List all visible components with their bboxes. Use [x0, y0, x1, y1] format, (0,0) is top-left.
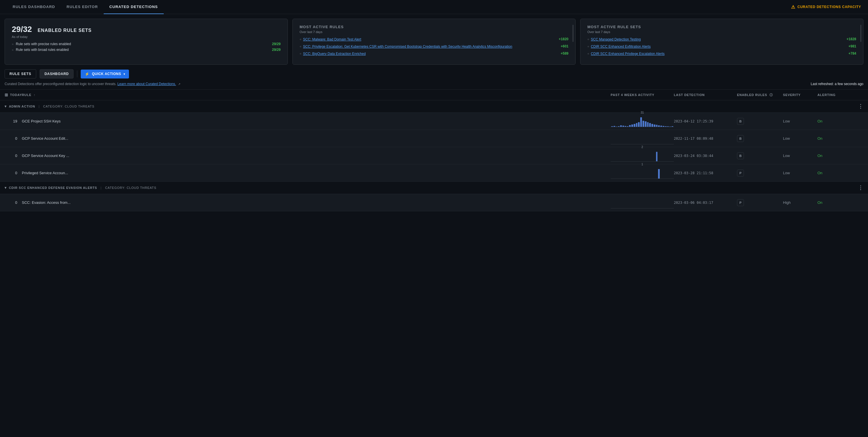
cell-rule-1: GCP Service Account Edit...	[22, 133, 611, 144]
most-active-rule-1: SCC: Privilege Escalation: Get Kubernete…	[300, 44, 568, 49]
table-row: 0 GCP Service Account Key ... 2 2023-03-…	[0, 147, 868, 165]
header-alerting: ALERTING	[817, 93, 852, 96]
badge-1: B	[737, 135, 744, 142]
quick-actions-button[interactable]: ⚡ QUICK ACTIONS ▾	[81, 69, 129, 79]
header-last-detection: LAST DETECTION	[674, 93, 737, 96]
group-name-cdir-scc: CDIR SCC ENHANCED DEFENSE EVASION ALERTS	[9, 186, 97, 190]
most-active-rule-sets-subtitle: Over last 7 days	[587, 30, 856, 34]
cell-detection-1: 2022-11-17 08:09:48	[674, 137, 737, 141]
cell-today-3: 0	[5, 171, 22, 175]
most-active-rules-title: MOST ACTIVE RULES	[300, 25, 568, 29]
cell-today-1: 0	[5, 136, 22, 141]
table-row: 0 SCC: Evasion: Access from... 2023-03-0…	[0, 194, 868, 211]
cell-detection-3: 2023-03-28 21:11:58	[674, 171, 737, 175]
table-row: 0 GCP Service Account Edit... 2022-11-17…	[0, 130, 868, 147]
quick-actions-label: QUICK ACTIONS	[92, 72, 121, 76]
nav-alert-label: CURATED DETECTIONS CAPACITY	[797, 5, 861, 9]
chart-peak-label-3: 1	[641, 163, 643, 166]
cell-today-0: 19	[5, 119, 22, 123]
learn-more-link[interactable]: Learn more about Curated Detections.	[118, 82, 176, 86]
table-row: 0 Privileged Service Accoun... 1 2023-03…	[0, 165, 868, 182]
header-severity: SEVERITY	[783, 93, 817, 96]
lightning-icon: ⚡	[85, 72, 89, 76]
mini-chart-2: 2	[611, 150, 674, 162]
enabled-title: ENABLED RULE SETS	[38, 28, 92, 33]
header-today: ⊞ TODAY	[5, 93, 22, 97]
table-header: ⊞ TODAY RULE ↑ PAST 4 WEEKS ACTIVITY LAS…	[0, 90, 868, 100]
header-past-activity: PAST 4 WEEKS ACTIVITY	[611, 93, 674, 96]
cell-activity-1	[611, 132, 674, 145]
info-bar: Curated Detections offer preconfigured d…	[0, 81, 868, 89]
dashboard-button[interactable]: DASHBOARD	[40, 69, 73, 79]
cell-alerting-3: On	[817, 171, 852, 175]
chart-peak-label-0: 31	[641, 111, 644, 114]
cell-activity-4	[611, 196, 674, 210]
cell-rule-2: GCP Service Account Key ...	[22, 150, 611, 161]
cell-enabled-0: B	[737, 118, 783, 125]
enabled-count: 29/32	[12, 25, 32, 34]
last-refresh: Last refreshed: a few seconds ago	[811, 82, 863, 86]
help-icon[interactable]: ⓘ	[770, 93, 773, 96]
sort-arrow-icon[interactable]: ↑	[34, 93, 35, 96]
rule-sets-button[interactable]: RULE SETS	[5, 69, 36, 79]
cell-rule-0: GCE Project SSH Keys	[22, 116, 611, 127]
cell-today-4: 0	[5, 200, 22, 205]
cell-severity-0: Low	[783, 119, 817, 123]
most-active-rule-2: SCC: BigQuery Data Extraction Enriched +…	[300, 52, 568, 56]
group-more-icon[interactable]: ⋮	[858, 103, 863, 110]
cell-severity-1: Low	[783, 136, 817, 141]
cell-detection-4: 2023-03-06 04:03:17	[674, 201, 737, 205]
badge-3: P	[737, 170, 744, 177]
group-more-icon-2[interactable]: ⋮	[858, 184, 863, 191]
most-active-rule-set-1: CDIR SCC Enhanced Exfiltration Alerts +9…	[587, 44, 856, 49]
badge-0: B	[737, 118, 744, 125]
group-chevron-icon[interactable]: ▾	[5, 105, 7, 108]
badge-2: B	[737, 152, 744, 159]
toolbar: RULE SETS DASHBOARD ⚡ QUICK ACTIONS ▾	[0, 65, 868, 81]
cell-severity-2: Low	[783, 153, 817, 158]
cell-rule-3: Privileged Service Accoun...	[22, 167, 611, 178]
cell-detection-0: 2023-04-12 17:25:39	[674, 119, 737, 123]
info-text: Curated Detections offer preconfigured d…	[5, 82, 180, 86]
cell-alerting-1: On	[817, 136, 852, 141]
cell-enabled-4: P	[737, 199, 783, 206]
tab-rules-dashboard[interactable]: RULES DASHBOARD	[7, 0, 61, 14]
group-row-cdir-scc: ▾ CDIR SCC ENHANCED DEFENSE EVASION ALER…	[0, 182, 868, 194]
stat-item-precise: Rule sets with precise rules enabled 29/…	[12, 42, 281, 46]
table-row: 19 GCE Project SSH Keys 31 2023-04-12 17…	[0, 113, 868, 130]
nav-alert[interactable]: ⚠ CURATED DETECTIONS CAPACITY	[791, 4, 861, 10]
most-active-rule-set-2: CDIR SCC Enhanced Privilege Escalation A…	[587, 52, 856, 56]
tab-curated-detections[interactable]: CURATED DETECTIONS	[104, 0, 164, 14]
stat-card-enabled-rule-sets: 29/32 ENABLED RULE SETS As of today Rule…	[5, 19, 288, 65]
group-category-cdir-scc: Category: Cloud Threats	[105, 186, 156, 190]
most-active-rule-set-0: SCC Managed Detection Testing +1828	[587, 37, 856, 42]
tab-rules-editor[interactable]: RULES EDITOR	[61, 0, 104, 14]
group-category-admin-action: Category: Cloud Threats	[43, 105, 94, 108]
cell-enabled-1: B	[737, 135, 783, 142]
cell-today-2: 0	[5, 153, 22, 158]
stats-row: 29/32 ENABLED RULE SETS As of today Rule…	[0, 14, 868, 65]
header-rule: RULE ↑	[22, 93, 611, 96]
cell-rule-4: SCC: Evasion: Access from...	[22, 197, 611, 208]
enabled-subtitle: As of today	[12, 35, 281, 38]
stat-card-most-active-rule-sets: MOST ACTIVE RULE SETS Over last 7 days S…	[580, 19, 863, 65]
cell-alerting-0: On	[817, 119, 852, 123]
most-active-rule-0: SCC: Malware: Bad Domain Test Alert +182…	[300, 37, 568, 42]
group-chevron-icon-2[interactable]: ▾	[5, 186, 7, 190]
top-nav: RULES DASHBOARD RULES EDITOR CURATED DET…	[0, 0, 868, 14]
cell-alerting-4: On	[817, 200, 852, 205]
chevron-down-icon: ▾	[124, 72, 125, 76]
most-active-rules-subtitle: Over last 7 days	[300, 30, 568, 34]
header-enabled-rules: ENABLED RULES ⓘ	[737, 93, 783, 97]
cell-enabled-3: P	[737, 170, 783, 177]
most-active-rule-sets-title: MOST ACTIVE RULE SETS	[587, 25, 856, 29]
last-refresh-value: a few seconds ago	[835, 82, 863, 86]
group-name-admin-action: ADMIN ACTION	[9, 105, 35, 108]
chart-peak-label-2: 2	[641, 145, 643, 149]
mini-chart-0: 31	[611, 116, 674, 127]
mini-chart-1	[611, 133, 674, 144]
external-link-icon: ↗	[178, 83, 180, 86]
cell-alerting-2: On	[817, 153, 852, 158]
cell-detection-2: 2023-03-24 03:38:44	[674, 154, 737, 158]
collapse-all-icon[interactable]: ⊞	[5, 93, 8, 97]
